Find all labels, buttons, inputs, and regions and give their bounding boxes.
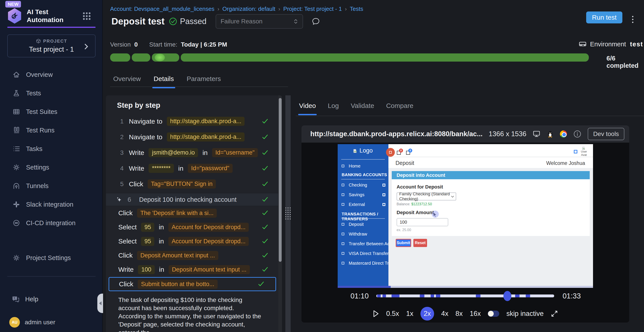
app-logo[interactable]: AI Test Automation [7, 8, 78, 24]
sidebar-collapse-handle[interactable] [97, 294, 103, 313]
step-progress-bar[interactable] [110, 54, 589, 62]
progress-segment[interactable] [181, 54, 589, 62]
speed-16x[interactable]: 16x [470, 310, 481, 318]
bank-welcome: Welcome Joshua [546, 160, 585, 166]
comment-bubble-icon[interactable] [312, 17, 320, 26]
tab-log[interactable]: Log [328, 102, 339, 110]
breadcrumb-project[interactable]: Project: Test project - 1 [284, 6, 342, 12]
locator-chip: Account for Deposit dropd... [168, 223, 249, 232]
progress-segment[interactable] [132, 54, 150, 62]
speed-1x[interactable]: 1x [406, 310, 413, 318]
tab-validate[interactable]: Validate [351, 102, 374, 110]
columns-icon [12, 126, 20, 134]
substep-row[interactable]: Click The 'Deposit' link with a si... [106, 206, 282, 220]
speed-2x-active[interactable]: 2x [420, 307, 434, 320]
speed-4x[interactable]: 4x [441, 310, 448, 318]
breadcrumb-account[interactable]: Account: Devspace_all_module_licenses [110, 6, 214, 12]
step-group-row[interactable]: 6 Deposit 100 into checking account [106, 193, 282, 206]
sidebar-item-tests[interactable]: Tests [0, 84, 103, 102]
checkbox-icon[interactable] [382, 184, 385, 186]
bank-logo[interactable]: Logo [338, 147, 388, 154]
bank-nav-visa[interactable]: VISA Direct Transfer [338, 250, 388, 257]
bank-nav-external[interactable]: External [338, 201, 388, 208]
sidebar-item-slack-integration[interactable]: Slack integration [0, 195, 103, 214]
substep-row[interactable]: Write 100 in Deposit Amount text input .… [106, 262, 282, 276]
step-row[interactable]: 4 Write ******** in Id="password" [106, 160, 282, 176]
tab-parameters[interactable]: Parameters [187, 75, 221, 88]
tab-compare[interactable]: Compare [386, 102, 413, 110]
bank-nav-withdraw[interactable]: Withdraw [338, 230, 388, 238]
video-container: http://stage.dbank.prod-apps.relicx.ai:8… [302, 126, 629, 322]
fullscreen-icon[interactable] [551, 310, 558, 318]
bank-topbar [388, 144, 593, 157]
video-tabs: Video Log Validate Compare [299, 102, 413, 110]
bank-reset-button[interactable]: Reset [413, 239, 427, 247]
more-menu-icon[interactable] [630, 13, 636, 26]
bank-horizontal-scrollbar[interactable] [338, 286, 593, 288]
sidebar-item-overview[interactable]: Overview [0, 65, 103, 84]
dev-tools-button[interactable]: Dev tools [588, 128, 624, 140]
sidebar-item-test-suites[interactable]: Test Suites [0, 102, 103, 121]
tab-video[interactable]: Video [299, 102, 316, 110]
substep-row-selected[interactable]: Click Submit button at the botto... [108, 277, 276, 291]
bank-submit-button[interactable]: Submit [396, 239, 411, 247]
breadcrumb-organization[interactable]: Organization: default [222, 6, 276, 12]
failure-reason-select[interactable]: Failure Reason [216, 14, 303, 29]
window-icon[interactable]: 0 [397, 151, 401, 155]
panel-resize-divider[interactable] [285, 95, 291, 332]
locator-chip: Deposit Amount text input ... [137, 251, 218, 260]
deposit-amount-label: Deposit Amount [396, 210, 434, 216]
sidebar-item-tunnels[interactable]: Tunnels [0, 176, 103, 195]
sidebar-item-project-settings[interactable]: Project Settings [0, 248, 103, 267]
bank-nav-mastercard[interactable]: Mastercard Direct Transfer [338, 260, 388, 267]
speed-0-5x[interactable]: 0.5x [386, 310, 399, 318]
timeline-thumb[interactable] [504, 291, 511, 301]
sidebar-item-tasks[interactable]: Tasks [0, 140, 103, 158]
steps-scrollbar[interactable] [278, 95, 282, 332]
checkbox-icon[interactable] [382, 193, 385, 196]
progress-segment[interactable] [152, 54, 179, 62]
speed-8x[interactable]: 8x [456, 310, 463, 318]
user-menu[interactable]: AU admin user [9, 317, 56, 328]
timeline-track[interactable] [376, 294, 554, 297]
sidebar-item-settings[interactable]: Settings [0, 158, 103, 176]
bank-nav-deposit[interactable]: Deposit [338, 220, 388, 228]
bank-nav-checking[interactable]: Checking [338, 181, 388, 189]
scrollbar-thumb[interactable] [338, 286, 391, 288]
bank-nav-transfer[interactable]: Transfer Between Accounts [338, 240, 388, 248]
skip-inactive-toggle[interactable] [488, 310, 499, 317]
amount-hint: ex. 25.00 [396, 228, 590, 232]
window-icon[interactable]: 0 [406, 151, 410, 155]
scrollbar-thumb[interactable] [279, 98, 282, 262]
step-row[interactable]: 5 Click Tag="BUTTON" Sign in [106, 176, 282, 192]
bank-sidebar: Logo Home BANKING ACCOUNTS Checking Savi… [338, 144, 388, 286]
breadcrumb-tests[interactable]: Tests [350, 6, 363, 12]
checkbox-icon[interactable] [382, 203, 385, 206]
play-icon[interactable] [372, 310, 379, 318]
video-viewport[interactable]: Logo Home BANKING ACCOUNTS Checking Savi… [302, 142, 629, 288]
tab-overview[interactable]: Overview [113, 75, 141, 88]
bank-user-avatar-broken[interactable]: User Avat [581, 146, 587, 156]
progress-segment[interactable] [110, 54, 130, 62]
substep-row[interactable]: Select 95 in Account for Deposit dropd..… [106, 220, 282, 234]
info-icon[interactable] [573, 130, 582, 138]
app-switcher-icon[interactable] [83, 12, 90, 20]
sidebar-item-help[interactable]: ? Help [12, 292, 38, 307]
project-selector[interactable]: PROJECT Test project - 1 [7, 34, 96, 58]
run-test-button[interactable]: Run test [586, 12, 622, 24]
tab-details[interactable]: Details [154, 75, 174, 88]
substep-row[interactable]: Click Deposit Amount text input ... [106, 248, 282, 262]
environment: Environment test [579, 40, 643, 48]
step-row[interactable]: 1 Navigate to http://stage.dbank.prod-a.… [106, 114, 282, 129]
blue-square-icon[interactable] [574, 150, 577, 154]
drag-handle-icon[interactable] [285, 208, 291, 220]
sidebar-item-test-runs[interactable]: Test Runs [0, 121, 103, 140]
substep-row[interactable]: Select 95 in Account for Deposit dropd..… [106, 234, 282, 248]
bank-nav-home[interactable]: Home [338, 162, 388, 170]
sidebar-divider [7, 276, 96, 276]
sidebar-item-cicd-integration[interactable]: CI-CD integration [0, 214, 103, 232]
step-row[interactable]: 3 Write jsmith@demo.io in Id="username" [106, 145, 282, 160]
bank-nav-savings[interactable]: Savings [338, 191, 388, 198]
account-for-deposit-select[interactable]: Family Checking (Standard Checking) [396, 192, 456, 200]
step-row[interactable]: 2 Navigate to http://stage.dbank.prod-a.… [106, 129, 282, 145]
